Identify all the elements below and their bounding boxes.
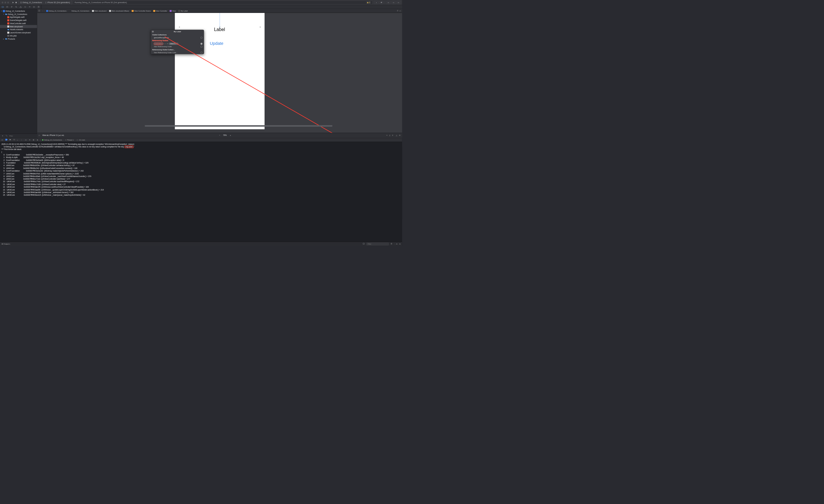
close-popover-button[interactable]: ✕ [152, 30, 154, 33]
related-items-icon[interactable] [38, 10, 40, 12]
library-button[interactable]: ＋ [374, 1, 378, 4]
tree-row-info-plist[interactable]: Info.plist [0, 34, 37, 37]
jumpbar-crumb[interactable]: View [170, 10, 176, 12]
resize-grip-icon[interactable]: ⌟ [203, 52, 203, 54]
outlet-pill-mylabel[interactable]: myLabel [154, 42, 163, 45]
connection-well-icon[interactable] [201, 46, 203, 48]
horizontal-scrollbar[interactable] [82, 125, 395, 127]
add-icon[interactable]: ＋ [1, 134, 4, 137]
console-output[interactable]: 2020-11-03 03:12:43.406174-0500 Debug_UI… [0, 142, 402, 242]
disclosure-triangle-icon[interactable]: ▼ [3, 13, 5, 15]
navigator-filter-input[interactable] [9, 135, 36, 137]
disconnect-icon[interactable]: ✕ [167, 43, 168, 44]
zoom-out-icon[interactable]: − [219, 134, 220, 136]
debug-process-crumb[interactable]: Debug_UI_Connections 〉 ⎋ Thread 1 〉 ▢ 21… [42, 139, 85, 141]
clear-console-icon[interactable] [391, 243, 393, 245]
issue-navigator-icon[interactable] [19, 6, 22, 8]
jumpbar-crumb[interactable]: Main.storyboard (Base) [109, 10, 129, 12]
source-control-navigator-icon[interactable] [6, 6, 8, 8]
tree-row-launchscreen-storyboard[interactable]: LaunchScreen.storyboard [0, 31, 37, 34]
connection-well-icon[interactable] [201, 37, 203, 39]
zoom-controls[interactable]: − 79% ＋ [219, 134, 231, 137]
document-outline-toggle-icon[interactable]: ▭ [38, 134, 40, 136]
tree-row-products[interactable]: ▶Products [0, 37, 37, 40]
add-editor-icon[interactable]: ▭ [399, 10, 401, 12]
report-navigator-icon[interactable] [37, 6, 40, 8]
project-navigator-icon[interactable] [1, 6, 4, 8]
embed-in-icon[interactable]: ⌖ [387, 134, 387, 136]
step-out-icon[interactable]: ↑ [21, 139, 23, 141]
view-as-label[interactable]: View as: iPhone 11 (wC hR) [42, 134, 64, 136]
row-gesture-recognizers[interactable]: gestureRecognizers [151, 36, 204, 39]
filter-scope-icon[interactable] [363, 243, 365, 245]
row-mylabel-outlet[interactable]: myLabel ✕ View C… [151, 42, 204, 45]
disclosure-triangle-icon[interactable]: ▶ [3, 38, 5, 40]
storyboard-canvas[interactable]: → Label Update ✕ My Label [37, 13, 402, 133]
row-new-ref-outlet-coll[interactable]: New Referencing Outlet Colle… [151, 51, 204, 54]
tree-row-main-storyboard[interactable]: Main.storyboard [0, 25, 37, 28]
close-window-dot[interactable] [2, 2, 3, 3]
align-icon[interactable]: ▯ [389, 134, 390, 136]
project-navigator[interactable]: ▼Debug_UI_Connections▼Debug_UI_Connectio… [0, 9, 37, 138]
resolve-issues-icon[interactable]: △ [396, 134, 397, 136]
jumpbar-crumb[interactable]: My Label [179, 10, 188, 12]
toggle-debug-button[interactable]: ▭ [391, 1, 396, 4]
zoom-window-dot[interactable] [7, 2, 9, 3]
continue-icon[interactable] [9, 139, 12, 141]
warning-badge[interactable]: 1 [366, 1, 371, 3]
disclosure-triangle-icon[interactable]: ▼ [1, 10, 2, 12]
filter-icon[interactable] [5, 134, 8, 137]
hide-debug-icon[interactable]: ▭ [1, 139, 4, 141]
jumpbar-crumb[interactable]: Debug_UI_Connections [46, 10, 67, 12]
uibutton-update[interactable]: Update [210, 41, 223, 46]
selection-handle[interactable] [179, 27, 180, 27]
tree-row-viewcontroller-swift[interactable]: ViewController.swift [0, 22, 37, 25]
code-review-button[interactable]: ⇄ [379, 1, 384, 4]
tree-row-scenedelegate-swift[interactable]: SceneDelegate.swift [0, 19, 37, 22]
row-new-ref-outlet[interactable]: New Referencing Outlet [151, 45, 204, 48]
minimize-window-dot[interactable] [5, 2, 6, 3]
output-mode-selector[interactable]: All Output ⇅ [1, 243, 10, 245]
step-over-icon[interactable] [13, 139, 16, 141]
scheme-selector[interactable]: Debug_UI_Connections 〉 iPhone SE (2nd ge… [18, 0, 71, 5]
test-navigator-icon[interactable] [24, 6, 26, 8]
outlet-pill-viewcontroller[interactable]: View C… [169, 42, 179, 45]
stop-icon[interactable] [15, 1, 17, 3]
activity-status[interactable]: Running Debug_UI_Connections on iPhone S… [73, 1, 372, 4]
toggle-inspector-button[interactable]: ▭ [397, 1, 401, 4]
pin-icon[interactable]: ⊩ [392, 134, 394, 136]
selection-handle[interactable] [260, 27, 261, 27]
toggle-navigator-button[interactable]: ▭ [387, 1, 391, 4]
debug-navigator-icon[interactable] [28, 6, 31, 8]
breakpoints-toggle-icon[interactable] [5, 139, 8, 141]
location-icon[interactable]: ➤ [37, 139, 39, 141]
tree-row-assets-xcassets[interactable]: Assets.xcassets [0, 28, 37, 31]
console-filter-input[interactable] [366, 242, 389, 245]
tree-row-appdelegate-swift[interactable]: AppDelegate.swift [0, 16, 37, 19]
step-into-icon[interactable]: ↓ [17, 139, 20, 141]
find-navigator-icon[interactable] [15, 6, 17, 8]
jumpbar-crumb[interactable]: Main.storyboard [92, 10, 107, 12]
breakpoint-navigator-icon[interactable] [33, 6, 35, 8]
uilabel-my-label[interactable]: Label [214, 27, 225, 32]
jumpbar-crumb[interactable]: Debug_UI_Connections [69, 10, 89, 12]
back-icon[interactable]: 〈 [41, 10, 43, 12]
zoom-in-icon[interactable]: ＋ [229, 134, 231, 137]
jumpbar-crumb[interactable]: View Controller [153, 10, 167, 12]
tree-row-debug-ui-connections[interactable]: ▼Debug_UI_Connections [0, 9, 37, 13]
connections-inspector-popover[interactable]: ✕ My Label Outlet Collections gestureRec… [151, 29, 204, 54]
view-debug-icon[interactable]: ▭ [25, 139, 27, 141]
toggle-console-view-icon[interactable]: ▭ [399, 243, 401, 245]
window-controls[interactable] [0, 2, 11, 3]
forward-icon[interactable]: 〉 [44, 10, 45, 12]
memory-graph-icon[interactable]: ⚭ [29, 139, 32, 141]
connection-well-filled-icon[interactable] [201, 43, 203, 45]
toggle-variables-view-icon[interactable]: ▭ [396, 243, 397, 245]
update-frames-icon[interactable]: ⟳ [399, 134, 401, 136]
symbol-navigator-icon[interactable] [10, 6, 13, 8]
selection-handle[interactable] [219, 27, 220, 27]
connection-well-icon[interactable] [201, 52, 203, 54]
jumpbar-crumb[interactable]: View Controller Scene [131, 10, 151, 12]
tree-row-debug-ui-connections[interactable]: ▼Debug_UI_Connections [0, 13, 37, 16]
environment-icon[interactable]: ⚙ [33, 139, 35, 141]
